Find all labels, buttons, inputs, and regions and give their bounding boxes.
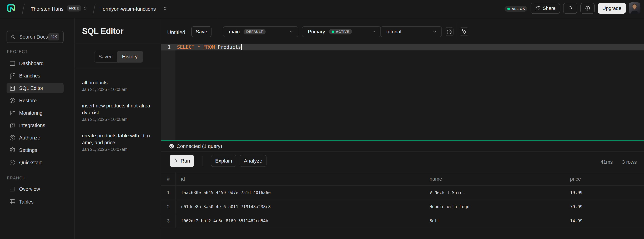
breadcrumb-slash — [92, 3, 96, 15]
sidebar-item-settings[interactable]: Settings — [6, 145, 64, 155]
sidebar-item-restore[interactable]: Restore — [6, 95, 64, 106]
user-circle-icon — [9, 134, 16, 141]
avatar[interactable] — [629, 2, 640, 14]
sidebar-item-quickstart[interactable]: Quickstart — [6, 157, 64, 168]
sidebar-item-authorize[interactable]: Authorize — [6, 133, 64, 143]
results-table: # id name price 1 faac630e-a645-4459-9d7… — [161, 172, 644, 228]
sidebar-item-overview[interactable]: Overview — [6, 184, 64, 194]
text-cursor — [241, 44, 242, 50]
gear-icon — [9, 147, 16, 154]
table-icon — [9, 198, 16, 205]
sidebar-item-branches[interactable]: Branches — [6, 71, 64, 81]
saved-history-tabs: Saved History — [94, 51, 143, 63]
table-row[interactable]: 2 c01dce8a-3a50-4ef6-a0f1-7f9f48a238c8 H… — [161, 200, 644, 214]
status-ok-dot-icon — [507, 7, 510, 10]
analyze-button[interactable]: Analyze — [240, 155, 266, 167]
tab-history[interactable]: History — [117, 51, 143, 62]
breadcrumb-project[interactable]: fermyon-wasm-functions — [101, 0, 156, 18]
chart-icon — [9, 110, 16, 116]
chevron-down-icon — [371, 29, 376, 34]
top-bar: Thorsten Hans FREE fermyon-wasm-function… — [0, 0, 644, 18]
history-item[interactable]: all products Jan 21, 2025 - 10:08am — [82, 74, 154, 97]
org-plan-badge: FREE — [67, 5, 81, 11]
table-row[interactable]: 3 f062dc2-bbf2-4c6c-8169-3511462cd54b Be… — [161, 214, 644, 228]
help-circle-icon — [585, 5, 590, 11]
code-token-operator: * — [197, 44, 200, 50]
line-number: 1 — [161, 43, 171, 50]
search-icon — [10, 34, 16, 39]
sql-code-line[interactable]: SELECT * FROM Products — [177, 43, 242, 50]
code-token-identifier: Products — [215, 44, 241, 50]
check-circle-icon — [9, 159, 16, 166]
query-history-timer-button[interactable] — [445, 27, 454, 36]
check-circle-icon — [169, 144, 174, 149]
sidebar-item-integrations[interactable]: Integrations — [6, 120, 64, 131]
chevron-down-icon — [432, 29, 437, 34]
header-divider — [457, 22, 457, 40]
share-button[interactable]: Share — [530, 3, 560, 14]
connection-status-row: Connected (1 query) — [161, 141, 644, 152]
query-row-count: 3 rows — [622, 159, 637, 165]
code-token-keyword: SELECT — [177, 44, 194, 50]
compute-select[interactable]: Primary ACTIVE — [302, 26, 381, 37]
notifications-button[interactable] — [563, 3, 577, 14]
panel-divider — [75, 43, 161, 44]
git-branch-icon — [9, 72, 16, 79]
explain-button[interactable]: Explain — [211, 155, 236, 167]
help-button[interactable] — [580, 3, 595, 14]
sparkles-icon — [461, 28, 467, 35]
column-header-name[interactable]: name — [430, 176, 570, 182]
query-tab-title[interactable]: Untitled — [167, 20, 185, 45]
badge-label: DEFAULT — [246, 30, 263, 34]
page-title: SQL Editor — [82, 26, 124, 36]
upgrade-button[interactable]: Upgrade — [598, 3, 626, 14]
badge-label: ACTIVE — [336, 30, 349, 34]
header-divider — [217, 18, 217, 43]
table-row[interactable]: 1 faac630e-a645-4459-9d7e-751df4016a6e V… — [161, 186, 644, 200]
column-header-id[interactable]: id — [176, 176, 430, 182]
column-header-index[interactable]: # — [161, 176, 176, 182]
play-icon — [174, 158, 178, 163]
search-docs-input[interactable]: Search Docs ⌘K — [6, 31, 64, 43]
sidebar-item-dashboard[interactable]: Dashboard — [6, 58, 64, 68]
sidebar-item-sql-editor[interactable]: SQL Editor — [6, 83, 64, 93]
run-button[interactable]: Run — [170, 155, 194, 167]
bell-icon — [568, 5, 573, 11]
results-toolbar: Run Explain Analyze 41ms 3 rows — [161, 152, 644, 172]
breadcrumb-org[interactable]: Thorsten Hans — [31, 0, 64, 18]
code-editor[interactable]: 1 SELECT * FROM Products — [161, 43, 644, 140]
integrations-icon — [9, 122, 16, 129]
chevron-down-icon — [288, 29, 294, 34]
neon-logo-icon[interactable] — [7, 4, 15, 12]
results-header-row: # id name price — [161, 172, 644, 186]
sidebar-section-project: PROJECT — [7, 49, 28, 54]
ai-assist-button[interactable] — [460, 27, 468, 36]
tab-saved[interactable]: Saved — [94, 51, 117, 62]
project-selector-chevrons-icon[interactable] — [164, 6, 166, 11]
query-duration: 41ms — [600, 159, 613, 165]
database-select[interactable]: tutorial — [380, 26, 442, 37]
editor-header: Untitled Save main DEFAULT Primary ACTIV… — [161, 18, 644, 43]
sql-editor-icon — [9, 85, 16, 92]
column-header-price[interactable]: price — [570, 176, 644, 182]
sidebar-item-monitoring[interactable]: Monitoring — [6, 108, 64, 118]
breadcrumb-slash — [22, 3, 25, 15]
history-item[interactable]: create products table with id, n ame, an… — [82, 127, 154, 157]
sidebar: Search Docs ⌘K PROJECT Dashboard — [0, 18, 75, 239]
status-badge[interactable]: ALL OK — [504, 6, 527, 12]
branch-select[interactable]: main DEFAULT — [223, 26, 298, 37]
code-token-keyword: FROM — [203, 44, 215, 50]
sql-editor-main: Untitled Save main DEFAULT Primary ACTIV… — [161, 18, 644, 239]
query-stats: 41ms 3 rows — [600, 152, 637, 172]
toolbar-divider — [202, 156, 203, 166]
active-dot-icon — [332, 30, 334, 33]
panel-divider — [75, 68, 161, 68]
overview-icon — [9, 186, 16, 193]
queries-panel: SQL Editor Saved History all products Ja… — [75, 18, 161, 239]
history-item[interactable]: insert new products if not alrea dy exis… — [82, 97, 154, 127]
sidebar-item-tables[interactable]: Tables — [6, 197, 64, 207]
compute-active-badge: ACTIVE — [329, 29, 352, 34]
org-selector-chevrons-icon[interactable] — [84, 6, 87, 11]
history-clock-icon — [9, 97, 16, 104]
save-button[interactable]: Save — [191, 26, 212, 37]
